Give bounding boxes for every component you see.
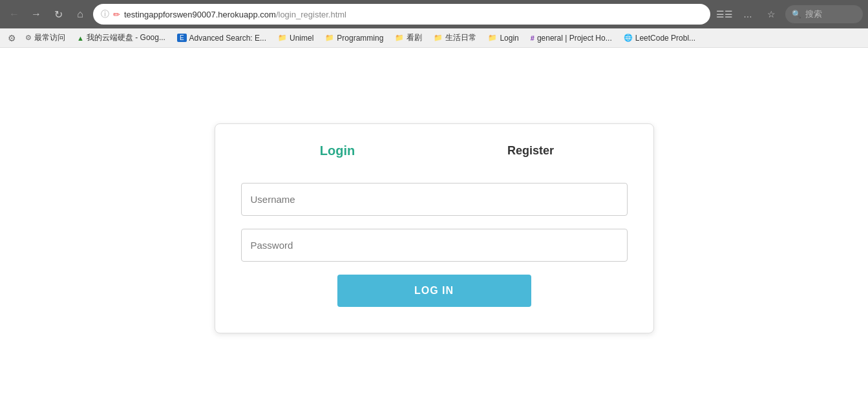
bookmark-cloud-drive-label: 我的云端硬盘 - Goog... <box>87 32 165 43</box>
tab-register[interactable]: Register <box>434 144 628 163</box>
bookmark-cloud-drive[interactable]: ▲ 我的云端硬盘 - Goog... <box>72 31 171 45</box>
login-card: Login Register LOG IN <box>215 123 654 333</box>
bookmarks-bar: ⚙ ⚙ 最常访问 ▲ 我的云端硬盘 - Goog... E Advanced S… <box>0 28 868 48</box>
bookmark-yearlong-label: Login <box>500 34 518 43</box>
most-visited-icon: ⚙ <box>25 34 32 42</box>
bookmark-watch-drama[interactable]: 📁 看剧 <box>390 31 427 45</box>
search-bar[interactable]: 🔍 搜索 <box>785 5 863 23</box>
bookmark-yearlong[interactable]: 📁 Login <box>483 32 524 44</box>
bookmark-most-visited[interactable]: ⚙ 最常访问 <box>20 31 70 45</box>
username-group <box>241 183 628 216</box>
login-button[interactable]: LOG IN <box>337 275 531 307</box>
leetcode-icon: 🌐 <box>624 34 633 42</box>
programming-icon: 📁 <box>325 34 334 42</box>
username-input[interactable] <box>241 183 628 216</box>
address-text: testingappforswen90007.herokuapp.com/log… <box>124 10 703 19</box>
bookmark-watch-drama-label: 看剧 <box>407 32 422 43</box>
bookmark-unimel-label: Unimel <box>290 34 313 43</box>
search-icon: 🔍 <box>792 10 801 19</box>
extensions-button[interactable]: ☰☰ <box>714 5 735 23</box>
bookmark-daily-life[interactable]: 📁 生活日常 <box>429 31 482 45</box>
bookmark-leetcode[interactable]: 🌐 LeetCode Probl... <box>619 32 701 44</box>
forward-button[interactable]: → <box>27 5 45 23</box>
tab-login[interactable]: Login <box>241 143 434 163</box>
bookmark-general-label: general | Project Ho... <box>537 34 612 43</box>
bookmark-advanced-search-label: Advanced Search: E... <box>189 34 266 43</box>
address-bar[interactable]: ⓘ ✏ testingappforswen90007.herokuapp.com… <box>93 4 710 25</box>
refresh-button[interactable]: ↻ <box>49 5 67 23</box>
password-group <box>241 229 628 262</box>
daily-life-icon: 📁 <box>434 34 443 42</box>
browser-chrome: ← → ↻ ⌂ ⓘ ✏ testingappforswen90007.herok… <box>0 0 868 48</box>
bookmark-most-visited-label: 最常访问 <box>34 32 65 43</box>
bookmark-advanced-search[interactable]: E Advanced Search: E... <box>172 32 271 44</box>
page-content: Login Register LOG IN <box>0 48 868 409</box>
nav-actions: ☰☰ … ☆ <box>714 5 781 23</box>
nav-bar: ← → ↻ ⌂ ⓘ ✏ testingappforswen90007.herok… <box>0 0 868 28</box>
login-btn-container: LOG IN <box>241 275 628 307</box>
advanced-search-icon: E <box>177 34 187 42</box>
bookmark-leetcode-label: LeetCode Probl... <box>635 34 695 43</box>
bookmark-button[interactable]: ☆ <box>761 5 781 23</box>
card-tabs: Login Register <box>241 143 628 163</box>
bookmark-settings-icon[interactable]: ⚙ <box>5 32 19 45</box>
edit-icon: ✏ <box>113 10 120 19</box>
menu-button[interactable]: … <box>737 5 758 23</box>
bookmark-daily-life-label: 生活日常 <box>445 32 476 43</box>
general-icon: # <box>531 34 535 42</box>
bookmark-general[interactable]: # general | Project Ho... <box>525 32 617 44</box>
watch-drama-icon: 📁 <box>395 34 404 42</box>
yearlong-icon: 📁 <box>488 34 497 42</box>
cloud-drive-icon: ▲ <box>77 34 84 42</box>
password-input[interactable] <box>241 229 628 262</box>
bookmark-programming-label: Programming <box>337 34 383 43</box>
bookmark-unimel[interactable]: 📁 Unimel <box>273 32 319 44</box>
bookmark-programming[interactable]: 📁 Programming <box>320 32 388 44</box>
info-icon: ⓘ <box>101 8 109 20</box>
back-button[interactable]: ← <box>5 5 23 23</box>
home-button[interactable]: ⌂ <box>71 5 89 23</box>
unimel-icon: 📁 <box>278 34 287 42</box>
search-label: 搜索 <box>805 8 822 20</box>
